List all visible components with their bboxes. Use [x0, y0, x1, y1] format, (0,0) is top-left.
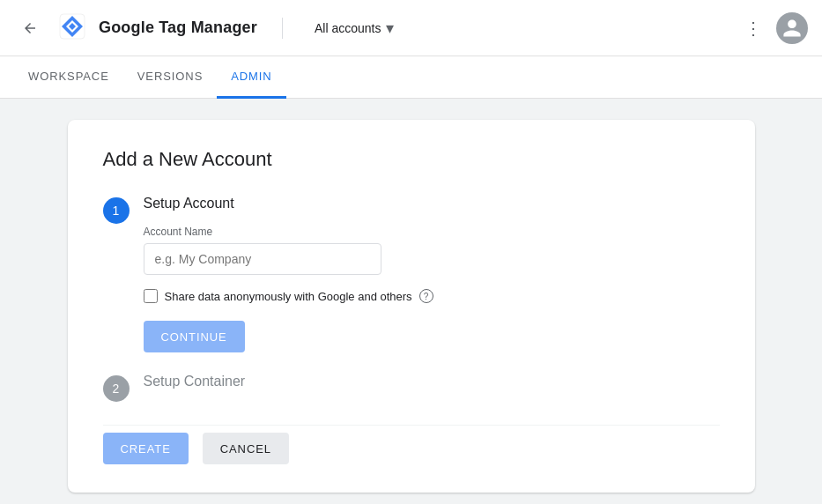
cancel-button[interactable]: CANCEL	[203, 433, 289, 464]
topbar-left: Google Tag Manager All accounts ▾	[14, 11, 401, 46]
step-2-badge: 2	[103, 375, 130, 402]
continue-button[interactable]: CONTINUE	[144, 321, 245, 352]
share-data-checkbox[interactable]	[144, 289, 158, 303]
share-data-label: Share data anonymously with Google and o…	[165, 290, 412, 303]
step-2-content: Setup Container	[144, 374, 720, 404]
topbar-right: ⋮	[737, 12, 808, 44]
step-2-heading: Setup Container	[144, 374, 720, 389]
step-1-content: Setup Account Account Name Share data an…	[144, 196, 720, 352]
account-name-input[interactable]	[144, 243, 381, 275]
tab-workspace[interactable]: WORKSPACE	[14, 56, 123, 99]
share-data-row: Share data anonymously with Google and o…	[144, 289, 720, 303]
more-options-button[interactable]: ⋮	[737, 12, 769, 44]
create-button[interactable]: CREATE	[103, 433, 189, 464]
tab-versions[interactable]: VERSIONS	[123, 56, 217, 99]
step-2: 2 Setup Container	[103, 374, 720, 404]
action-row: CREATE CANCEL	[103, 425, 720, 464]
step-1-heading: Setup Account	[144, 196, 720, 211]
user-avatar[interactable]	[776, 12, 808, 44]
add-account-card: Add a New Account 1 Setup Account Accoun…	[68, 120, 755, 493]
nav-tabs: WORKSPACE VERSIONS ADMIN	[0, 56, 822, 99]
step-1: 1 Setup Account Account Name Share data …	[103, 196, 720, 352]
chevron-down-icon: ▾	[386, 19, 394, 38]
topbar: Google Tag Manager All accounts ▾ ⋮	[0, 0, 822, 56]
app-title: Google Tag Manager	[99, 19, 257, 37]
tab-admin[interactable]: ADMIN	[217, 56, 285, 99]
step-1-badge: 1	[103, 197, 130, 224]
help-icon[interactable]: ?	[419, 289, 433, 303]
title-divider	[282, 18, 283, 39]
app-logo	[56, 11, 88, 46]
accounts-dropdown[interactable]: All accounts ▾	[307, 13, 401, 43]
back-button[interactable]	[14, 12, 46, 44]
account-name-label: Account Name	[144, 226, 720, 238]
main-content: Add a New Account 1 Setup Account Accoun…	[0, 99, 822, 504]
card-title: Add a New Account	[103, 148, 720, 171]
